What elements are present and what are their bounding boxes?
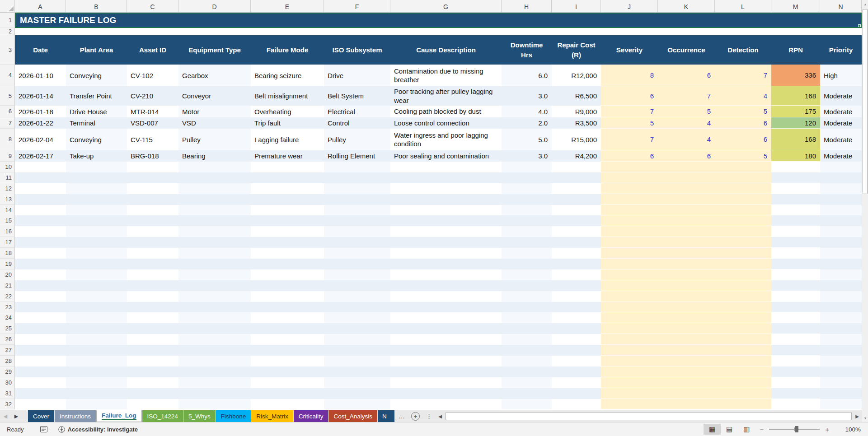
- tab-bar-menu-button[interactable]: ⋮: [422, 410, 436, 422]
- cell-detection-row4[interactable]: 7: [715, 65, 771, 86]
- empty-cell-H32[interactable]: [502, 399, 552, 410]
- empty-cell-M31[interactable]: [771, 388, 820, 399]
- empty-cell-B14[interactable]: [66, 205, 127, 216]
- row-header-8[interactable]: 8: [0, 129, 15, 150]
- empty-cell-D20[interactable]: [178, 269, 251, 280]
- row-header-14[interactable]: 14: [0, 205, 15, 216]
- cell-rpn-row6[interactable]: 175: [771, 106, 820, 117]
- empty-cell-N28[interactable]: [820, 356, 862, 366]
- empty-cell-K20[interactable]: [658, 269, 715, 280]
- sheet-tab-cover[interactable]: Cover: [28, 410, 54, 422]
- empty-cell-I12[interactable]: [552, 183, 601, 194]
- empty-cell-K25[interactable]: [658, 323, 715, 334]
- empty-cell-N18[interactable]: [820, 248, 862, 259]
- cell-equipment_type-row6[interactable]: Motor: [178, 106, 251, 117]
- zoom-slider-thumb[interactable]: [795, 426, 798, 432]
- empty-cell-H21[interactable]: [502, 280, 552, 291]
- cell-failure_mode-row7[interactable]: Trip fault: [251, 117, 324, 129]
- empty-cell-J28[interactable]: [601, 356, 658, 366]
- empty-cell-G24[interactable]: [390, 312, 502, 323]
- empty-cell-G29[interactable]: [390, 366, 502, 377]
- empty-cell-M32[interactable]: [771, 399, 820, 410]
- empty-cell-C22[interactable]: [127, 291, 178, 302]
- empty-cell-H12[interactable]: [502, 183, 552, 194]
- sheet-tab-n[interactable]: N: [378, 410, 394, 422]
- cell-equipment_type-row5[interactable]: Conveyor: [178, 86, 251, 106]
- empty-cell-A23[interactable]: [15, 302, 66, 313]
- empty-cell-N11[interactable]: [820, 172, 862, 183]
- empty-cell-K14[interactable]: [658, 205, 715, 216]
- empty-cell-H19[interactable]: [502, 259, 552, 269]
- empty-cell-E17[interactable]: [251, 237, 324, 248]
- cell-asset_id-row8[interactable]: CV-115: [127, 129, 178, 150]
- empty-cell-G10[interactable]: [390, 162, 502, 172]
- horizontal-scrollbar[interactable]: [446, 412, 852, 420]
- view-normal-button[interactable]: ▦: [704, 424, 721, 435]
- empty-cell-J13[interactable]: [601, 194, 658, 205]
- empty-cell-G21[interactable]: [390, 280, 502, 291]
- empty-cell-E27[interactable]: [251, 345, 324, 356]
- empty-cell-C32[interactable]: [127, 399, 178, 410]
- cell-repair_cost-row5[interactable]: R6,500: [552, 86, 601, 106]
- empty-cell-H29[interactable]: [502, 366, 552, 377]
- column-header-H[interactable]: H: [502, 0, 552, 12]
- column-header-K[interactable]: K: [658, 0, 715, 12]
- empty-cell-C14[interactable]: [127, 205, 178, 216]
- row-header-16[interactable]: 16: [0, 226, 15, 237]
- empty-cell-F16[interactable]: [324, 226, 390, 237]
- empty-cell-D22[interactable]: [178, 291, 251, 302]
- cell-cause_description-row8[interactable]: Water ingress and poor lagging condition: [390, 129, 502, 150]
- empty-cell-I17[interactable]: [552, 237, 601, 248]
- empty-cell-C21[interactable]: [127, 280, 178, 291]
- cell-downtime_hrs-row9[interactable]: 3.0: [502, 150, 552, 162]
- empty-cell-N17[interactable]: [820, 237, 862, 248]
- empty-cell-I16[interactable]: [552, 226, 601, 237]
- column-header-C[interactable]: C: [127, 0, 178, 12]
- cell-date-row5[interactable]: 2026-01-14: [15, 86, 66, 106]
- empty-cell-E15[interactable]: [251, 215, 324, 226]
- empty-cell-G20[interactable]: [390, 269, 502, 280]
- empty-cell-K24[interactable]: [658, 312, 715, 323]
- cell-occurrence-row8[interactable]: 4: [658, 129, 715, 150]
- row-header-20[interactable]: 20: [0, 269, 15, 280]
- empty-cell-J19[interactable]: [601, 259, 658, 269]
- cell-date-row4[interactable]: 2026-01-10: [15, 65, 66, 86]
- row-header-24[interactable]: 24: [0, 312, 15, 323]
- empty-cell-H24[interactable]: [502, 312, 552, 323]
- empty-cell-N22[interactable]: [820, 291, 862, 302]
- cell-equipment_type-row7[interactable]: VSD: [178, 117, 251, 129]
- empty-cell-A16[interactable]: [15, 226, 66, 237]
- cell-failure_mode-row5[interactable]: Belt misalignment: [251, 86, 324, 106]
- cell-occurrence-row9[interactable]: 6: [658, 150, 715, 162]
- cell-detection-row6[interactable]: 5: [715, 106, 771, 117]
- cell-downtime_hrs-row4[interactable]: 6.0: [502, 65, 552, 86]
- cell-asset_id-row6[interactable]: MTR-014: [127, 106, 178, 117]
- empty-cell-E16[interactable]: [251, 226, 324, 237]
- empty-cell-E32[interactable]: [251, 399, 324, 410]
- row-header-6[interactable]: 6: [0, 106, 15, 117]
- cell-repair_cost-row9[interactable]: R4,200: [552, 150, 601, 162]
- cell-rpn-row5[interactable]: 168: [771, 86, 820, 106]
- empty-cell-N26[interactable]: [820, 334, 862, 345]
- empty-cell-H27[interactable]: [502, 345, 552, 356]
- row-header-31[interactable]: 31: [0, 388, 15, 399]
- empty-cell-E12[interactable]: [251, 183, 324, 194]
- empty-cell-F14[interactable]: [324, 205, 390, 216]
- row-header-25[interactable]: 25: [0, 323, 15, 334]
- cell-plant_area-row7[interactable]: Terminal: [66, 117, 127, 129]
- row-header-2[interactable]: 2: [0, 28, 15, 35]
- column-header-A[interactable]: A: [15, 0, 66, 12]
- empty-cell-K11[interactable]: [658, 172, 715, 183]
- empty-cell-K29[interactable]: [658, 366, 715, 377]
- empty-cell-E22[interactable]: [251, 291, 324, 302]
- row-header-32[interactable]: 32: [0, 399, 15, 410]
- empty-cell-F28[interactable]: [324, 356, 390, 366]
- empty-cell-F24[interactable]: [324, 312, 390, 323]
- empty-cell-H20[interactable]: [502, 269, 552, 280]
- empty-cell-I30[interactable]: [552, 377, 601, 388]
- row-header-13[interactable]: 13: [0, 194, 15, 205]
- empty-cell-H16[interactable]: [502, 226, 552, 237]
- empty-cell-E18[interactable]: [251, 248, 324, 259]
- empty-cell-H30[interactable]: [502, 377, 552, 388]
- empty-cell-F30[interactable]: [324, 377, 390, 388]
